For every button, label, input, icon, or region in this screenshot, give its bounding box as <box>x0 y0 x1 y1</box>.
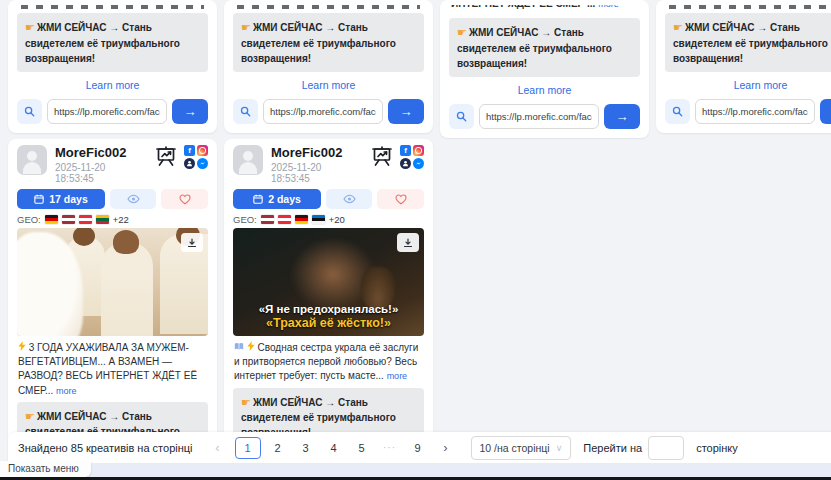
page-button-5[interactable]: 5 <box>351 438 373 458</box>
days-active-button[interactable]: 17 days <box>17 189 105 209</box>
more-link[interactable]: more <box>387 371 408 381</box>
header-icons: f <box>154 145 208 173</box>
page-button-3[interactable]: 3 <box>295 438 317 458</box>
learn-more-link[interactable]: Learn more <box>17 72 208 99</box>
more-link[interactable]: more <box>56 386 77 396</box>
next-page-button[interactable]: › <box>435 438 457 458</box>
clipped-text-remnant <box>21 5 204 9</box>
flag-icon <box>278 215 291 224</box>
presentation-chart-icon[interactable] <box>370 145 394 173</box>
search-icon[interactable] <box>665 99 690 124</box>
landing-url-input[interactable] <box>263 99 383 124</box>
timestamp: 2025-11-20 18:53:45 <box>271 162 362 184</box>
account-name: MoreFic002 <box>271 145 362 161</box>
creatives-grid: ☛ЖМИ СЕЙЧАС → Стань свидетелем её триумф… <box>8 0 831 480</box>
overlay-line-2: «Трахай её жёстко!» <box>233 316 424 330</box>
landing-url-input[interactable] <box>695 99 815 124</box>
column-2: ☛ЖМИ СЕЙЧАС → Стань свидетелем её триумф… <box>224 0 433 480</box>
pointing-hand-icon: ☛ <box>241 21 251 33</box>
column-4: ☛ЖМИ СЕЙЧАС → Стань свидетелем её триумф… <box>656 0 831 480</box>
geo-more-count[interactable]: +22 <box>113 214 129 225</box>
clipped-text-remnant <box>669 5 831 9</box>
arrow-right-icon: → <box>616 109 629 124</box>
prev-page-button[interactable]: ‹ <box>207 438 229 458</box>
favorite-heart-button[interactable] <box>161 189 208 209</box>
account-info: MoreFic002 2025-11-20 18:53:45 <box>55 145 146 185</box>
image-overlay-text: «Я не предохранялась!» «Трахай её жёстко… <box>233 303 424 330</box>
more-link[interactable]: more <box>598 5 619 9</box>
download-image-button[interactable] <box>397 233 419 252</box>
cta-block: ☛ЖМИ СЕЙЧАС → Стань свидетелем её триумф… <box>233 13 424 72</box>
chevron-down-icon: ∨ <box>556 443 563 453</box>
landing-url-input[interactable] <box>47 99 167 124</box>
flag-icon <box>312 215 325 224</box>
ad-body-text: 3 ГОДА УХАЖИВАЛА ЗА МУЖЕМ-ВЕГЕТАТИВЦЕМ..… <box>17 336 208 402</box>
flag-icon <box>62 215 75 224</box>
creative-card-2: MoreFic002 2025-11-20 18:53:45 f 2 days <box>224 139 433 480</box>
pages-ellipsis[interactable]: ··· <box>379 438 401 458</box>
open-url-button[interactable]: → <box>820 99 831 124</box>
messenger-icon <box>197 158 208 169</box>
cta-block: ☛ЖМИ СЕЙЧАС → Стань свидетелем её триумф… <box>665 13 831 72</box>
results-count-text: Знайдено 85 креативів на сторінці <box>18 442 193 454</box>
search-icon[interactable] <box>17 99 42 124</box>
creative-card-partial-1: ☛ЖМИ СЕЙЧАС → Стань свидетелем её триумф… <box>8 0 217 133</box>
download-image-button[interactable] <box>181 233 203 252</box>
column-1: ☛ЖМИ СЕЙЧАС → Стань свидетелем её триумф… <box>8 0 217 480</box>
search-icon[interactable] <box>449 104 474 129</box>
audience-network-icon <box>400 158 411 169</box>
creative-card-partial-3: ИНТЕРНЕТ ЖДЁТ ЕЁ СМЕР ... more ☛ЖМИ СЕЙЧ… <box>440 0 649 138</box>
flag-icon <box>295 215 308 224</box>
url-row: → <box>665 99 831 124</box>
geo-row: GEO: +22 <box>17 214 208 225</box>
creative-image[interactable]: «Я не предохранялась!» «Трахай её жёстко… <box>233 228 424 336</box>
messenger-icon <box>413 158 424 169</box>
goto-page-input[interactable] <box>648 436 684 460</box>
pointing-hand-icon: ☛ <box>25 410 35 422</box>
page-size-select[interactable]: 10 /на сторінці∨ <box>471 436 572 460</box>
cta-text: ЖМИ СЕЙЧАС → Стань свидетелем её триумфа… <box>25 22 180 64</box>
page-button-1[interactable]: 1 <box>235 437 261 459</box>
page-button-last[interactable]: 9 <box>407 438 429 458</box>
open-url-button[interactable]: → <box>388 99 424 124</box>
cta-text: ЖМИ СЕЙЧАС → Стань свидетелем её триумфа… <box>673 22 828 64</box>
open-url-button[interactable]: → <box>604 104 640 129</box>
goto-page-label: Перейти на <box>583 442 642 454</box>
audience-network-icon <box>184 158 195 169</box>
pointing-hand-icon: ☛ <box>673 21 683 33</box>
geo-row: GEO: +20 <box>233 214 424 225</box>
card-header: MoreFic002 2025-11-20 18:53:45 f <box>233 145 424 185</box>
search-icon[interactable] <box>233 99 258 124</box>
learn-more-link[interactable]: Learn more <box>665 72 831 99</box>
open-url-button[interactable]: → <box>172 99 208 124</box>
geo-more-count[interactable]: +20 <box>329 214 345 225</box>
timestamp: 2025-11-20 18:53:45 <box>55 162 146 184</box>
learn-more-link[interactable]: Learn more <box>449 77 640 104</box>
days-label: 17 days <box>49 193 88 205</box>
column-3: ИНТЕРНЕТ ЖДЁТ ЕЁ СМЕР ... more ☛ЖМИ СЕЙЧ… <box>440 0 649 480</box>
landing-url-input[interactable] <box>479 104 599 129</box>
url-row: → <box>17 99 208 124</box>
book-icon <box>234 342 244 353</box>
preview-eye-button[interactable] <box>326 189 373 209</box>
arrow-right-icon: → <box>400 104 413 119</box>
bolt-icon <box>18 342 26 353</box>
creative-image[interactable] <box>17 228 208 336</box>
page-size-value: 10 /на сторінці <box>480 442 550 454</box>
page-button-2[interactable]: 2 <box>267 438 289 458</box>
account-name: MoreFic002 <box>55 145 146 161</box>
favorite-heart-button[interactable] <box>377 189 424 209</box>
pointing-hand-icon: ☛ <box>241 396 251 408</box>
presentation-chart-icon[interactable] <box>154 145 178 173</box>
preview-eye-button[interactable] <box>110 189 157 209</box>
flag-icon <box>45 215 58 224</box>
learn-more-link[interactable]: Learn more <box>233 72 424 99</box>
creative-card-partial-4: ☛ЖМИ СЕЙЧАС → Стань свидетелем её триумф… <box>656 0 831 133</box>
facebook-icon: f <box>400 145 411 156</box>
days-active-button[interactable]: 2 days <box>233 189 321 209</box>
url-row: → <box>449 104 640 129</box>
cta-block: ☛ЖМИ СЕЙЧАС → Стань свидетелем её триумф… <box>449 18 640 77</box>
show-menu-button[interactable]: Показать меню <box>0 461 91 477</box>
flag-icon <box>79 215 92 224</box>
page-button-4[interactable]: 4 <box>323 438 345 458</box>
